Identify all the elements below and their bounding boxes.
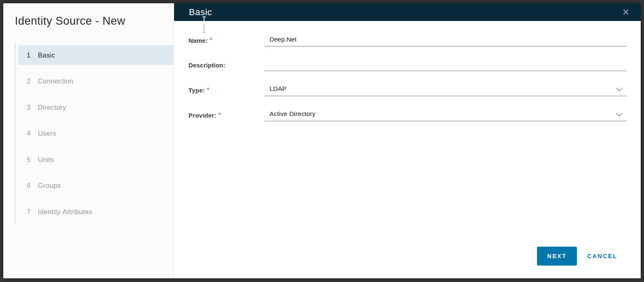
- step-label: Units: [38, 156, 54, 164]
- description-input[interactable]: [265, 59, 627, 71]
- step-number: 5: [27, 156, 38, 164]
- wizard-step-users[interactable]: 4 Users: [18, 124, 173, 143]
- wizard-step-units[interactable]: 5 Units: [18, 150, 173, 169]
- step-label: Groups: [38, 182, 61, 190]
- step-label: Connection: [38, 77, 73, 85]
- type-select-value: LDAP: [270, 85, 286, 92]
- chevron-down-icon: [616, 88, 623, 92]
- step-number: 2: [27, 77, 38, 85]
- name-label: Name:*: [188, 35, 212, 47]
- required-asterisk: *: [210, 37, 212, 43]
- type-label: Type:*: [188, 84, 209, 97]
- provider-select[interactable]: Active Directory: [265, 109, 627, 121]
- required-asterisk: *: [219, 111, 221, 118]
- type-select[interactable]: LDAP: [265, 84, 627, 96]
- next-button[interactable]: NEXT: [537, 247, 577, 266]
- wizard-step-directory[interactable]: 3 Directory: [18, 97, 173, 117]
- step-label: Identity Attributes: [38, 208, 92, 216]
- panel-title: Basic: [189, 7, 212, 18]
- wizard-content-panel: Basic ✕ Name:* Description: Type:* LDAP: [174, 3, 641, 278]
- wizard-sidebar: Identity Source - New 1 Basic 2 Connecti…: [3, 3, 174, 278]
- step-number: 3: [27, 104, 38, 111]
- wizard-step-basic[interactable]: 1 Basic: [18, 45, 173, 65]
- step-label: Basic: [38, 51, 55, 59]
- wizard-step-groups[interactable]: 6 Groups: [18, 176, 173, 196]
- name-input[interactable]: [265, 35, 627, 46]
- description-label: Description:: [188, 59, 228, 72]
- close-icon: ✕: [622, 7, 630, 17]
- chevron-down-icon: [616, 113, 623, 117]
- identity-source-dialog: Identity Source - New 1 Basic 2 Connecti…: [3, 3, 641, 278]
- step-number: 6: [27, 182, 38, 190]
- wizard-step-connection[interactable]: 2 Connection: [18, 72, 173, 91]
- panel-header: Basic ✕: [174, 3, 641, 21]
- required-asterisk: *: [207, 86, 209, 93]
- step-number: 7: [27, 208, 38, 216]
- wizard-step-identity-attributes[interactable]: 7 Identity Attributes: [18, 202, 173, 222]
- step-label: Users: [38, 129, 56, 137]
- step-label: Directory: [38, 104, 66, 111]
- wizard-title: Identity Source - New: [15, 15, 126, 28]
- step-number: 4: [27, 129, 38, 137]
- provider-select-value: Active Directory: [270, 110, 316, 118]
- step-number: 1: [27, 51, 38, 59]
- wizard-steps: 1 Basic 2 Connection 3 Directory 4 Users…: [18, 45, 173, 228]
- close-button[interactable]: ✕: [619, 6, 632, 19]
- cancel-button[interactable]: CANCEL: [587, 247, 617, 266]
- provider-label: Provider:*: [188, 109, 221, 122]
- steps-track: [14, 42, 16, 224]
